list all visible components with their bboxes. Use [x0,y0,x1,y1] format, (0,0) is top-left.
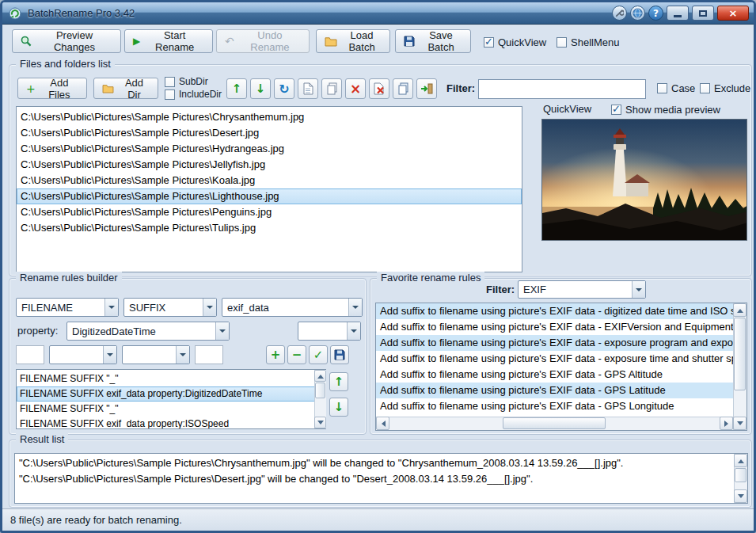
add-rule-button[interactable]: + [266,345,285,364]
remove-all-button[interactable] [369,78,389,99]
undo-rename-button[interactable]: ↶ Undo Rename [216,29,310,53]
rules-list[interactable]: FILENAME SUFFIX "_"FILENAME SUFFIX exif_… [16,369,326,429]
favorites-filter-combo[interactable]: EXIF [518,280,646,299]
maximize-button[interactable] [692,6,714,21]
file-list-item[interactable]: C:\Users\Public\Pictures\Sample Pictures… [17,204,522,220]
favorite-rule-item[interactable]: Add suffix to filename using picture's E… [376,398,733,414]
favorite-rule-item[interactable]: Add suffix to filename using picture's E… [376,383,733,398]
add-dir-button[interactable]: Add Dir [93,78,158,99]
copy-paths-button[interactable] [393,78,413,99]
apply-rule-button[interactable]: ✓ [309,345,328,364]
refresh-button[interactable]: ↻ [274,78,294,99]
property-combo[interactable]: DigitizedDateTime [66,322,230,341]
remove-rule-button[interactable]: − [287,345,306,364]
scroll-thumb[interactable] [503,417,606,429]
filter-input[interactable] [478,79,646,99]
status-bar: 8 file(s) are ready for batch renaming. [2,508,754,531]
move-up-button[interactable]: ↑ [226,78,247,99]
file-list-item[interactable]: C:\Users\Public\Pictures\Sample Pictures… [17,220,522,236]
scroll-thumb[interactable] [734,318,746,390]
rule-move-down-button[interactable]: ↓ [329,398,348,417]
scroll-thumb[interactable] [315,383,325,398]
favorite-rule-item[interactable]: Add suffix to filename using picture's E… [376,367,733,383]
rule-list-item[interactable]: FILENAME SUFFIX exif_data property:Digit… [17,386,325,402]
exclude-checkbox[interactable]: Exclude [700,82,750,94]
add-files-button[interactable]: + Add Files [17,78,87,99]
favorite-rule-item[interactable]: Add suffix to filename using picture's E… [376,319,733,335]
web-button[interactable] [630,6,645,21]
rule-target-value: FILENAME [17,302,104,314]
start-rename-button[interactable]: ▶ Start Rename [124,29,213,53]
minimize-button[interactable] [667,6,689,21]
report-button[interactable] [298,78,318,99]
file-list[interactable]: C:\Users\Public\Pictures\Sample Pictures… [16,106,522,272]
status-text: 8 file(s) are ready for batch renaming. [10,514,182,526]
includedir-checkbox[interactable]: IncludeDir [165,89,222,100]
rules-list-vscrollbar[interactable] [314,370,326,428]
case-checkbox[interactable]: Case [657,82,695,94]
triangle-up-icon [738,456,744,463]
favorites-hscrollbar[interactable] [376,417,733,430]
subdir-checkbox-box [165,77,175,87]
scroll-down-button[interactable] [734,489,747,503]
quickview-checkbox-box [484,37,494,48]
subdir-checkbox-label: SubDir [179,76,208,87]
file-list-item[interactable]: C:\Users\Public\Pictures\Sample Pictures… [17,109,522,125]
scroll-left-button[interactable] [376,417,389,430]
export-list-button[interactable] [416,78,437,99]
app-window: BatchRename Pro 3.42 ? × Preview Changes [0,0,756,533]
quickview-checkbox[interactable]: QuickView [484,36,546,48]
file-list-item[interactable]: C:\Users\Public\Pictures\Sample Pictures… [17,173,522,188]
favorite-rule-item[interactable]: Add suffix to filename using picture's E… [376,335,733,351]
rule-list-item[interactable]: FILENAME SUFFIX "_" [17,402,325,417]
result-line[interactable]: "C:\Users\Public\Pictures\Sample Picture… [15,471,734,487]
rule-list-item[interactable]: FILENAME SUFFIX "_" [17,371,325,386]
param-field-1[interactable] [16,345,44,364]
rule-action-combo[interactable]: SUFFIX [123,298,217,317]
favorite-rule-item[interactable]: Add suffix to filename using picture's E… [376,303,733,319]
show-media-preview-checkbox[interactable]: Show media preview [611,104,720,116]
file-list-item[interactable]: C:\Users\Public\Pictures\Sample Pictures… [17,141,522,157]
title-bar[interactable]: BatchRename Pro 3.42 ? × [2,2,754,25]
scroll-up-button[interactable] [314,370,326,382]
scroll-down-button[interactable] [733,417,747,430]
file-list-item[interactable]: C:\Users\Public\Pictures\Sample Pictures… [17,157,522,173]
move-down-button[interactable]: ↓ [250,78,271,99]
add-dir-label: Add Dir [119,77,150,101]
scroll-up-button[interactable] [734,454,747,467]
result-list[interactable]: "C:\Users\Public\Pictures\Sample Picture… [14,453,748,504]
property-extra-combo[interactable] [298,322,361,341]
remove-file-button[interactable]: × [345,78,366,99]
subdir-checkbox[interactable]: SubDir [165,76,208,87]
tools-button[interactable] [612,6,627,21]
result-line[interactable]: "C:\Users\Public\Pictures\Sample Picture… [15,455,734,471]
result-vscrollbar[interactable] [734,454,747,503]
file-list-item[interactable]: C:\Users\Public\Pictures\Sample Pictures… [17,188,522,204]
copy-list-button[interactable] [321,78,342,99]
rule-move-up-button[interactable]: ↑ [329,372,348,391]
rule-source-combo[interactable]: exif_data [222,298,363,317]
load-batch-button[interactable]: Load Batch [316,29,390,53]
favorites-vscrollbar[interactable] [733,303,747,430]
save-rule-button[interactable] [330,345,349,364]
scroll-right-button[interactable] [720,417,733,430]
param-field-2[interactable] [195,345,223,364]
rule-target-combo[interactable]: FILENAME [16,298,119,317]
scroll-up-button[interactable] [733,303,747,317]
file-list-item[interactable]: C:\Users\Public\Pictures\Sample Pictures… [17,125,522,141]
preview-changes-button[interactable]: Preview Changes [12,29,121,53]
help-button[interactable]: ? [648,6,663,21]
favorite-rule-item[interactable]: Add suffix to filename using picture's E… [376,351,733,367]
close-button[interactable]: × [717,6,749,21]
shellmenu-checkbox[interactable]: ShellMenu [557,36,619,48]
scroll-down-button[interactable] [314,417,326,428]
param-combo-1[interactable] [49,345,117,364]
show-media-preview-box [611,105,621,115]
rule-list-item[interactable]: FILENAME SUFFIX exif_data property:ISOSp… [17,417,325,429]
save-batch-button[interactable]: Save Batch [395,29,471,53]
param-combo-2[interactable] [122,345,190,364]
down-arrow-icon: ↓ [334,400,344,414]
favorites-list[interactable]: Add suffix to filename using picture's E… [375,303,747,431]
delete-list-icon [373,82,386,95]
scroll-thumb[interactable] [735,468,747,482]
